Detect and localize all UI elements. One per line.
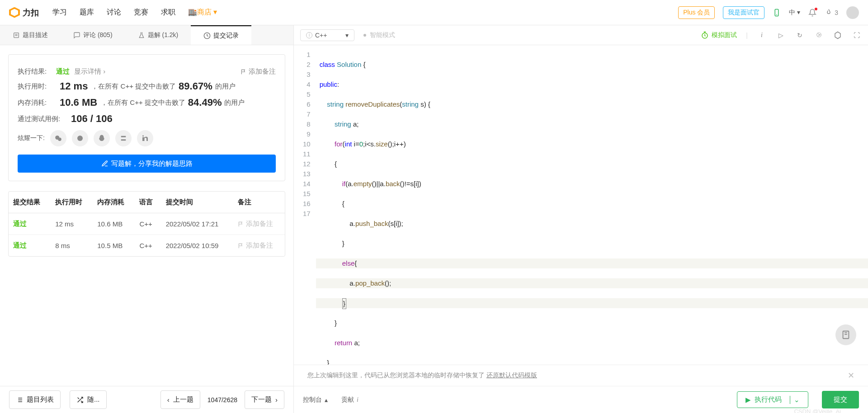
progress-text: 1047/2628: [208, 396, 237, 404]
nav-problems[interactable]: 题库: [80, 8, 94, 17]
notifications-icon[interactable]: [808, 9, 816, 17]
random-button[interactable]: 随...: [70, 390, 107, 409]
share-douban-icon[interactable]: [115, 130, 132, 146]
tab-comments[interactable]: 评论 (805): [61, 25, 125, 45]
mem-label: 内存消耗:: [18, 99, 56, 107]
svg-rect-9: [121, 136, 126, 137]
watermark: CSDN @Veille_Ai: [794, 408, 841, 413]
nav-jobs[interactable]: 求职: [161, 8, 175, 17]
share-label: 炫耀一下:: [18, 134, 45, 142]
exec-result-label: 执行结果:: [18, 67, 56, 76]
terminal-tool-icon[interactable]: ⧁: [814, 30, 824, 40]
fullscreen-tool-icon[interactable]: ⛶: [852, 30, 862, 40]
nav-discuss[interactable]: 讨论: [107, 8, 121, 17]
svg-marker-23: [835, 32, 840, 38]
cases-label: 通过测试用例:: [18, 115, 67, 123]
info-icon: i: [306, 32, 312, 38]
restore-notice: 您上次编辑到这里，代码已从您浏览器本地的临时存储中恢复了 还原默认代码模版 ✕: [294, 365, 868, 386]
add-note-link[interactable]: 添加备注: [241, 67, 276, 76]
share-weibo-icon[interactable]: [72, 130, 88, 146]
right-panel: iC++ ▾ 智能模式 模拟面试 | i ▷ ↻ ⧁ ⛶ 12345678910…: [294, 25, 868, 413]
tab-solutions[interactable]: 题解 (1.2k): [125, 25, 191, 45]
code-editor[interactable]: 1234567891011121314151617 class Solution…: [294, 45, 868, 365]
logo[interactable]: 力扣: [9, 7, 39, 18]
plus-member-button[interactable]: Plus 会员: [678, 6, 715, 19]
tab-description[interactable]: 题目描述: [0, 25, 61, 45]
mock-interview-button[interactable]: 模拟面试: [701, 31, 737, 39]
time-percentile: 89.67%: [179, 80, 212, 92]
left-footer: 题目列表 随... ‹ 上一题 1047/2628 下一题 ›: [0, 386, 293, 413]
time-value: 12 ms: [60, 80, 88, 92]
nav-learn[interactable]: 学习: [52, 8, 67, 17]
svg-line-21: [78, 397, 79, 399]
svg-point-12: [142, 135, 144, 136]
svg-point-8: [77, 136, 83, 141]
prev-button[interactable]: ‹ 上一题: [160, 390, 200, 409]
exec-status: 通过: [56, 67, 70, 76]
settings-tool-icon[interactable]: [833, 30, 843, 40]
problem-list-button[interactable]: 题目列表: [9, 390, 61, 409]
share-qq-icon[interactable]: [94, 130, 110, 146]
logo-icon: [9, 7, 20, 18]
add-note-link[interactable]: 添加备注: [238, 241, 280, 250]
svg-rect-10: [121, 139, 126, 141]
nav-contest[interactable]: 竞赛: [134, 8, 148, 17]
share-linkedin-icon[interactable]: [137, 130, 153, 146]
console-toggle[interactable]: 控制台 ▴: [303, 396, 328, 404]
run-tool-icon[interactable]: ▷: [776, 30, 786, 40]
close-icon[interactable]: ✕: [848, 371, 854, 380]
share-wechat-icon[interactable]: [50, 130, 66, 146]
table-row[interactable]: 通过 12 ms 10.6 MB C++ 2022/05/02 17:21 添加…: [9, 213, 285, 235]
left-tabs: 题目描述 评论 (805) 题解 (1.2k) 提交记录: [0, 25, 293, 45]
mobile-icon[interactable]: [773, 9, 781, 17]
info-tool-icon[interactable]: i: [757, 30, 767, 40]
svg-point-7: [58, 138, 61, 141]
smart-mode-toggle[interactable]: 智能模式: [363, 31, 395, 39]
main-nav: 学习 题库 讨论 竞赛 求职 🏬商店 ▾: [52, 8, 217, 17]
table-row[interactable]: 通过 8 ms 10.5 MB C++ 2022/05/02 10:59 添加备…: [9, 235, 285, 257]
mem-percentile: 84.49%: [188, 97, 222, 108]
result-card: 执行结果: 通过 显示详情 › 添加备注 执行用时: 12 ms ，在所有 C+…: [8, 54, 285, 181]
tab-submissions[interactable]: 提交记录: [191, 25, 251, 45]
show-detail-link[interactable]: 显示详情 ›: [74, 67, 105, 76]
contribute-link[interactable]: 贡献 i: [341, 396, 359, 404]
top-navbar: 力扣 学习 题库 讨论 竞赛 求职 🏬商店 ▾ Plus 会员 我是面试官 中 …: [0, 0, 868, 25]
cases-value: 106 / 106: [71, 113, 113, 125]
header-controls: Plus 会员 我是面试官 中 ▾ 3: [678, 6, 859, 19]
right-footer: 控制台 ▴ 贡献 i ▶ 执行代码⌄ 提交: [294, 386, 868, 413]
reset-tool-icon[interactable]: ↻: [795, 30, 805, 40]
streak-counter[interactable]: 3: [825, 9, 838, 17]
submit-button[interactable]: 提交: [822, 391, 859, 408]
brand-text: 力扣: [23, 7, 39, 18]
store-icon: 🏬: [188, 8, 197, 16]
notes-fab[interactable]: [835, 324, 856, 345]
write-solution-button[interactable]: 写题解，分享我的解题思路: [18, 155, 276, 173]
nav-store[interactable]: 🏬商店 ▾: [188, 8, 217, 17]
mem-value: 10.6 MB: [60, 97, 97, 108]
add-note-link[interactable]: 添加备注: [238, 220, 280, 228]
time-label: 执行用时:: [18, 82, 56, 91]
chevron-down-icon: ▾: [345, 32, 349, 39]
next-button[interactable]: 下一题 ›: [245, 390, 284, 409]
left-panel: 题目描述 评论 (805) 题解 (1.2k) 提交记录 执行结果: 通过 显示…: [0, 25, 294, 413]
chevron-down-icon: ⌄: [790, 396, 800, 404]
interviewer-button[interactable]: 我是面试官: [723, 6, 764, 19]
language-select[interactable]: iC++ ▾: [300, 29, 354, 41]
submissions-table: 提交结果 执行用时 内存消耗 语言 提交时间 备注 通过 12 ms 10.6 …: [8, 191, 285, 257]
restore-default-link[interactable]: 还原默认代码模版: [486, 371, 537, 379]
line-gutter: 1234567891011121314151617: [294, 45, 316, 365]
language-switch[interactable]: 中 ▾: [789, 9, 800, 17]
editor-toolbar: iC++ ▾ 智能模式 模拟面试 | i ▷ ↻ ⧁ ⛶: [294, 25, 868, 45]
run-code-button[interactable]: ▶ 执行代码⌄: [737, 391, 808, 408]
avatar[interactable]: [846, 6, 859, 19]
